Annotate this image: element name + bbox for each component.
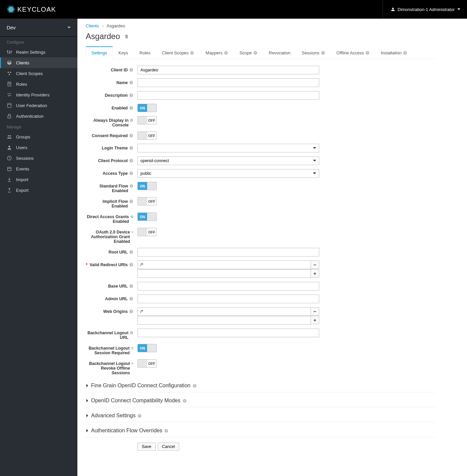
exchange-icon [7,92,12,97]
help-icon[interactable]: ? [129,146,133,150]
help-icon[interactable]: ? [129,199,133,203]
root-url-input[interactable] [137,248,319,257]
help-icon[interactable]: ? [131,230,133,234]
client-protocol-select[interactable]: openid-connect [137,156,319,165]
help-icon[interactable]: ? [129,263,133,267]
sidebar-item-clients[interactable]: Clients [0,57,77,68]
tab-settings[interactable]: Settings [86,46,113,59]
user-icon [7,145,12,150]
name-input[interactable] [137,78,319,87]
svg-text:?: ? [130,106,132,109]
tab-sessions[interactable]: Sessions? [296,46,331,59]
web-origins-input-new[interactable] [137,316,311,325]
tab-offline-access[interactable]: Offline Access? [331,46,375,59]
tab-roles[interactable]: Roles [134,46,156,59]
login-theme-select[interactable] [137,144,319,152]
backchannel-logout-url-input[interactable] [137,329,319,337]
section-fine-grain-openid-connect-configuration[interactable]: Fine Grain OpenID Connect Configuration … [86,379,436,392]
web-origins-input[interactable] [137,307,311,316]
help-icon[interactable]: ? [129,68,133,72]
help-icon[interactable]: ? [182,399,187,403]
sidebar-item-realm-settings[interactable]: Realm Settings [0,47,77,57]
help-icon[interactable]: ? [164,429,168,433]
sidebar-item-groups[interactable]: Groups [0,131,77,142]
tab-keys[interactable]: Keys [113,46,134,59]
direct-access-toggle[interactable]: ONOFF [137,212,157,221]
help-icon[interactable]: ? [129,250,133,254]
help-icon[interactable]: ? [253,51,258,55]
tab-mappers[interactable]: Mappers? [200,46,234,59]
admin-url-input[interactable] [137,295,319,303]
section-openid-connect-compatibility-modes[interactable]: OpenID Connect Compatibility Modes ? [86,394,436,407]
base-url-input[interactable] [137,282,319,291]
implicit-flow-toggle[interactable]: ONOFF [137,197,157,205]
help-icon[interactable]: ? [130,118,133,122]
help-icon[interactable]: ? [403,51,407,55]
sidebar-item-client-scopes[interactable]: Client Scopes [0,68,77,79]
help-icon[interactable]: ? [137,414,142,418]
help-icon[interactable]: ? [131,346,133,350]
help-icon[interactable]: ? [129,284,133,288]
backchannel-revoke-offline-toggle[interactable]: ONOFF [137,359,157,368]
help-icon[interactable]: ? [129,80,133,85]
help-icon[interactable]: ? [129,133,133,138]
section-authentication-flow-overrides[interactable]: Authentication Flow Overrides ? [86,424,436,437]
add-origin-button[interactable]: + [311,316,319,324]
help-icon[interactable]: ? [224,51,228,55]
sidebar-item-events[interactable]: Events [0,163,77,174]
calendar-icon [7,166,12,171]
cancel-button[interactable]: Cancel [158,443,179,451]
sidebar-item-user-federation[interactable]: User Federation [0,100,77,111]
always-display-toggle[interactable]: ONOFF [137,116,157,124]
tab-client-scopes[interactable]: Client Scopes? [156,46,200,59]
access-type-select[interactable]: public [137,169,319,178]
help-icon[interactable]: ? [321,51,325,55]
help-icon[interactable]: ? [129,184,133,188]
valid-redirect-input-new[interactable] [137,269,311,278]
help-icon[interactable]: ? [129,171,133,175]
help-icon[interactable]: ? [129,297,133,301]
help-icon[interactable]: ? [130,331,133,335]
tab-scope[interactable]: Scope? [234,46,263,59]
user-menu[interactable]: Dimonstration-1 Administrator [383,0,460,19]
valid-redirect-input[interactable] [137,261,311,269]
logo[interactable]: KEYCLOAK [7,5,56,14]
section-advanced-settings[interactable]: Advanced Settings ? [86,409,436,422]
sidebar-item-authentication[interactable]: Authentication [0,111,77,121]
remove-origin-button[interactable]: − [311,307,319,316]
standard-flow-toggle[interactable]: ONOFF [137,182,157,190]
sidebar-item-identity-providers[interactable]: Identity Providers [0,89,77,100]
add-redirect-button[interactable]: + [311,269,319,278]
sidebar-item-export[interactable]: Export [0,185,77,195]
svg-text:?: ? [131,332,132,334]
help-icon[interactable]: ? [129,158,133,163]
help-icon[interactable]: ? [131,361,133,366]
tab-revocation[interactable]: Revocation [263,46,296,59]
consent-required-toggle[interactable]: ONOFF [137,131,157,140]
oauth-device-toggle[interactable]: ONOFF [137,228,157,236]
svg-rect-20 [8,167,11,171]
enabled-toggle[interactable]: ONOFF [137,104,157,112]
sidebar-item-import[interactable]: Import [0,174,77,185]
help-icon[interactable]: ? [365,51,370,55]
sidebar-item-roles[interactable]: Roles [0,79,77,89]
realm-selector[interactable]: Dev [0,19,77,37]
help-icon[interactable]: ? [129,309,133,314]
svg-point-16 [8,135,9,136]
sidebar-item-users[interactable]: Users [0,142,77,153]
client-id-input[interactable] [137,66,319,74]
breadcrumb-root[interactable]: Clients [86,23,99,28]
sidebar-item-sessions[interactable]: Sessions [0,153,77,163]
save-button[interactable]: Save [137,443,156,451]
help-icon[interactable]: ? [130,214,133,219]
trash-icon[interactable] [124,34,129,39]
help-icon[interactable]: ? [190,51,194,55]
backchannel-session-required-toggle[interactable]: ONOFF [137,344,157,352]
help-icon[interactable]: ? [129,106,133,110]
description-input[interactable] [137,91,319,100]
remove-redirect-button[interactable]: − [311,261,319,269]
svg-text:?: ? [130,68,132,71]
help-icon[interactable]: ? [129,93,133,97]
help-icon[interactable]: ? [192,384,197,388]
tab-installation[interactable]: Installation? [375,46,413,59]
